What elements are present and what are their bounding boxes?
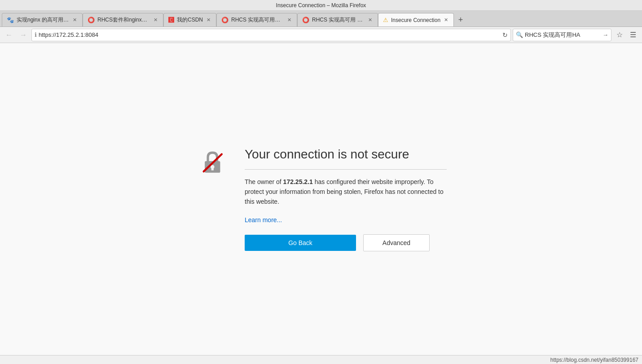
back-button[interactable]: ← <box>3 29 15 41</box>
bookmarks-button[interactable]: ☆ <box>613 29 626 41</box>
main-content: Your connection is not secure The owner … <box>0 43 642 355</box>
tab-rhcs1[interactable]: ⭕ RHCS套件和nginx实... ✕ <box>83 13 163 26</box>
search-input[interactable] <box>525 31 601 38</box>
tab-icon-csdn: 🅲 <box>168 17 174 23</box>
tab-label-rhcs3: RHCS 实现高可用 H... <box>312 16 365 24</box>
tab-close-rhcs3[interactable]: ✕ <box>367 16 373 24</box>
error-divider <box>245 169 447 170</box>
tab-csdn[interactable]: 🅲 我的CSDN ✕ <box>163 13 216 26</box>
tab-close-rhcs2[interactable]: ✕ <box>286 16 292 24</box>
learn-more-link[interactable]: Learn more... <box>245 216 282 224</box>
tab-insecure[interactable]: ⚠ Insecure Connection ✕ <box>378 13 454 26</box>
tab-rhcs3[interactable]: ⭕ RHCS 实现高可用 H... ✕ <box>297 13 378 26</box>
forward-button[interactable]: → <box>17 29 30 41</box>
tab-bar: 🐾 实现nginx 的高可用r... ✕ ⭕ RHCS套件和nginx实... … <box>0 11 642 27</box>
error-buttons: Go Back Advanced <box>245 234 447 251</box>
error-body: The owner of 172.25.2.1 has configured t… <box>245 177 447 207</box>
tab-label-rhcs1: RHCS套件和nginx实... <box>97 16 150 24</box>
new-tab-button[interactable]: + <box>454 13 467 26</box>
insecure-lock-icon <box>200 150 227 177</box>
tab-label-insecure: Insecure Connection <box>391 17 440 23</box>
search-go-button[interactable]: → <box>602 31 608 38</box>
tab-icon-rhcs2: ⭕ <box>221 17 229 23</box>
menu-button[interactable]: ☰ <box>627 29 639 41</box>
error-text-content: Your connection is not secure The owner … <box>245 147 447 251</box>
error-icon-area <box>195 147 231 177</box>
tab-label-csdn: 我的CSDN <box>177 16 203 24</box>
search-icon: 🔍 <box>516 31 523 38</box>
tab-rhcs2[interactable]: ⭕ RHCS 实现高可用HA... ✕ <box>216 13 297 26</box>
address-input[interactable] <box>39 31 501 38</box>
reload-button[interactable]: ↻ <box>502 31 508 39</box>
status-url: https://blog.csdn.net/yifan850399167 <box>550 357 638 363</box>
tab-nginx[interactable]: 🐾 实现nginx 的高可用r... ✕ <box>2 13 83 26</box>
tab-icon-insecure: ⚠ <box>383 17 388 23</box>
status-bar: https://blog.csdn.net/yifan850399167 <box>0 355 642 364</box>
tab-close-insecure[interactable]: ✕ <box>443 16 449 24</box>
toolbar: ← → ℹ ↻ 🔍 → ☆ ☰ <box>0 27 642 43</box>
address-bar[interactable]: ℹ ↻ <box>31 29 511 41</box>
svg-rect-2 <box>211 168 214 171</box>
tab-close-rhcs1[interactable]: ✕ <box>153 16 158 24</box>
tab-icon-rhcs1: ⭕ <box>88 17 95 23</box>
tab-label-nginx: 实现nginx 的高可用r... <box>17 16 69 24</box>
error-title: Your connection is not secure <box>245 147 447 162</box>
error-body-domain: 172.25.2.1 <box>283 178 313 185</box>
title-bar: Insecure Connection – Mozilla Firefox <box>0 0 642 11</box>
advanced-button[interactable]: Advanced <box>363 234 430 251</box>
error-container: Your connection is not secure The owner … <box>195 147 447 251</box>
error-body-prefix: The owner of <box>245 178 283 185</box>
toolbar-right-icons: ☆ ☰ <box>613 29 639 41</box>
tab-icon-nginx: 🐾 <box>7 17 14 23</box>
search-bar[interactable]: 🔍 → <box>513 29 611 41</box>
security-icon: ℹ <box>35 31 37 38</box>
tab-close-nginx[interactable]: ✕ <box>72 16 78 24</box>
go-back-button[interactable]: Go Back <box>245 235 356 251</box>
window-title: Insecure Connection – Mozilla Firefox <box>276 2 366 9</box>
tab-close-csdn[interactable]: ✕ <box>206 16 211 24</box>
tab-label-rhcs2: RHCS 实现高可用HA... <box>231 16 284 24</box>
tab-icon-rhcs3: ⭕ <box>302 17 309 23</box>
